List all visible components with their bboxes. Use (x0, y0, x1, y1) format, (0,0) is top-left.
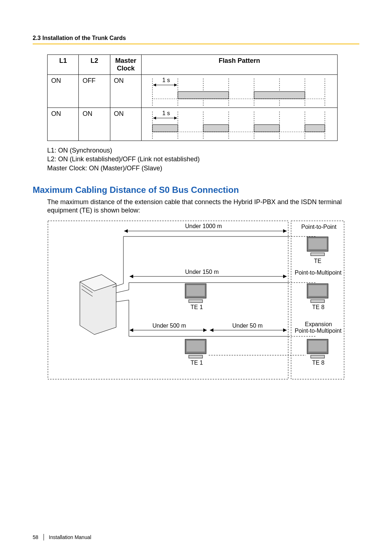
svg-rect-11 (178, 92, 229, 99)
svg-rect-44 (309, 238, 327, 249)
svg-marker-52 (283, 275, 287, 278)
svg-marker-23 (153, 117, 156, 119)
label-under-500: Under 500 m (152, 323, 186, 329)
divider (33, 44, 359, 44)
th-master-clock: Master Clock (110, 55, 141, 75)
page: 2.3 Installation of the Trunk Cards L1 L… (0, 0, 392, 555)
svg-rect-25 (152, 125, 178, 132)
te1-monitor-row3-icon (185, 339, 206, 358)
label-te1-row3: TE 1 (191, 360, 203, 366)
svg-marker-64 (130, 328, 133, 332)
svg-marker-68 (283, 328, 287, 332)
footer-divider (44, 534, 44, 540)
pbx-device-icon (80, 275, 116, 335)
te8-monitor-icon (307, 284, 328, 303)
svg-marker-65 (203, 328, 207, 332)
svg-rect-12 (254, 92, 305, 99)
label-expansion-p2m: Point-to-Multipoint (295, 328, 342, 334)
section-header: 2.3 Installation of the Trunk Cards (33, 35, 359, 41)
svg-rect-28 (305, 125, 325, 132)
note-master-clock: Master Clock: ON (Master)/OFF (Slave) (47, 164, 359, 173)
th-l2: L2 (79, 55, 110, 75)
cell-l1: ON (48, 108, 79, 141)
svg-rect-54 (187, 285, 205, 296)
cell-l1: ON (48, 75, 79, 108)
svg-rect-71 (189, 355, 203, 358)
svg-rect-70 (187, 341, 205, 352)
flash-pattern-graphic: 1 s (145, 110, 334, 138)
svg-marker-9 (153, 84, 156, 86)
cabling-diagram: Under 1000 m Point-to-Point TE Under 150… (47, 220, 359, 382)
table-row: ON OFF ON (48, 75, 338, 108)
svg-marker-24 (174, 117, 177, 119)
cell-l2: OFF (79, 75, 110, 108)
notes: L1: ON (Synchronous) L2: ON (Link establ… (47, 146, 359, 173)
svg-marker-42 (283, 229, 287, 233)
svg-rect-75 (311, 355, 324, 358)
table-row: ON ON ON (48, 108, 338, 141)
one-second-label: 1 s (162, 77, 170, 83)
svg-rect-27 (254, 125, 279, 132)
label-p2m: Point-to-Multipoint (295, 270, 342, 276)
footer-title: Installation Manual (49, 534, 91, 540)
label-p2p: Point-to-Point (301, 224, 336, 230)
cell-flash-pattern: 1 s (142, 75, 338, 108)
note-l1: L1: ON (Synchronous) (47, 146, 359, 155)
te8-monitor-row3-icon (307, 339, 328, 358)
note-l2: L2: ON (Link established)/OFF (Link not … (47, 155, 359, 163)
cell-master-clock: ON (110, 75, 141, 108)
th-flash-pattern: Flash Pattern (142, 55, 338, 75)
label-under-50: Under 50 m (232, 323, 263, 329)
table-header-row: L1 L2 Master Clock Flash Pattern (48, 55, 338, 75)
svg-line-59 (116, 300, 129, 302)
te1-monitor-icon (185, 284, 206, 303)
svg-rect-45 (311, 253, 324, 256)
heading-max-cabling: Maximum Cabling Distance of S0 Bus Conne… (33, 185, 359, 195)
cell-l2: ON (79, 108, 110, 141)
th-l1: L1 (48, 55, 79, 75)
body-text: The maximum distance of the extension ca… (47, 198, 359, 215)
cell-master-clock: ON (110, 108, 141, 141)
svg-rect-26 (203, 125, 229, 132)
svg-rect-58 (311, 300, 324, 303)
label-under-150: Under 150 m (185, 269, 219, 275)
svg-rect-57 (309, 285, 327, 296)
label-te8-row2: TE 8 (312, 304, 324, 310)
label-te8-row3: TE 8 (312, 360, 324, 366)
label-te: TE (314, 258, 321, 264)
label-under-1000: Under 1000 m (185, 223, 222, 229)
label-expansion: Expansion (305, 321, 332, 327)
one-second-label: 1 s (162, 110, 170, 116)
svg-marker-67 (210, 328, 213, 332)
svg-marker-41 (124, 229, 128, 233)
svg-marker-51 (130, 275, 133, 278)
svg-rect-74 (309, 341, 327, 352)
svg-line-46 (116, 290, 129, 293)
footer: 58 Installation Manual (33, 534, 91, 540)
flash-pattern-table: L1 L2 Master Clock Flash Pattern ON OFF … (47, 54, 338, 141)
page-number: 58 (33, 534, 38, 540)
cell-flash-pattern: 1 s (142, 108, 338, 141)
svg-rect-55 (189, 300, 203, 303)
flash-pattern-graphic: 1 s (145, 77, 334, 105)
te-monitor-icon (307, 237, 328, 256)
label-te1-row2: TE 1 (191, 304, 203, 310)
svg-marker-10 (174, 84, 177, 86)
